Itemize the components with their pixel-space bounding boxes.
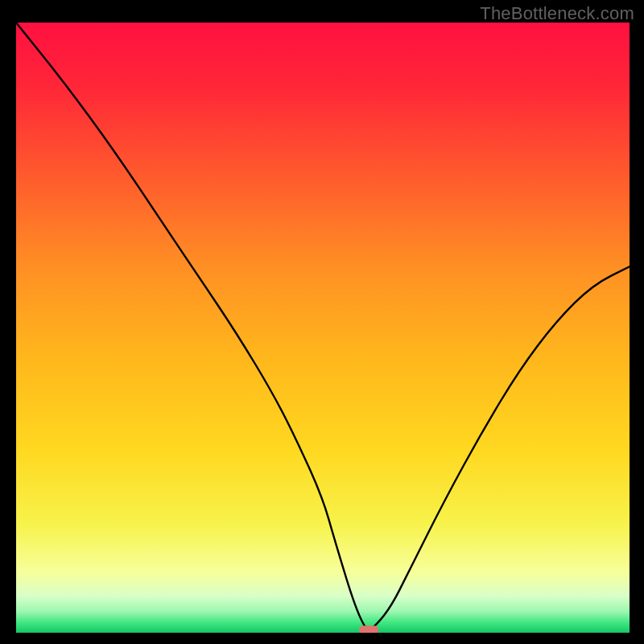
chart-frame: TheBottleneck.com xyxy=(0,0,644,644)
optimal-point-marker xyxy=(359,625,378,633)
bottleneck-plot xyxy=(16,23,630,633)
gradient-background xyxy=(16,23,630,633)
watermark-text: TheBottleneck.com xyxy=(480,3,634,24)
plot-svg xyxy=(16,23,630,633)
